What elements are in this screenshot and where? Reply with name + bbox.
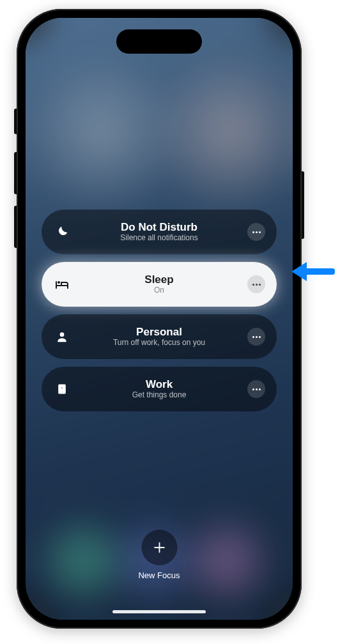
dynamic-island — [116, 29, 202, 54]
svg-marker-5 — [291, 262, 307, 281]
moon-icon — [53, 223, 71, 241]
focus-subtitle: Silence all notifications — [120, 234, 197, 243]
focus-row-personal[interactable]: Personal Turn off work, focus on you — [42, 314, 277, 359]
svg-point-0 — [60, 332, 65, 337]
iphone-frame: Do Not Disturb Silence all notifications… — [17, 9, 302, 629]
focus-title: Personal — [136, 326, 182, 339]
focus-title: Work — [146, 378, 173, 391]
annotation-arrow-icon — [291, 259, 336, 284]
focus-subtitle: Turn off work, focus on you — [113, 339, 205, 348]
person-icon — [53, 328, 71, 346]
focus-subtitle: Get things done — [132, 391, 187, 400]
home-indicator[interactable] — [112, 610, 206, 613]
screen: Do Not Disturb Silence all notifications… — [26, 18, 293, 620]
plus-button[interactable] — [141, 530, 177, 565]
new-focus[interactable]: New Focus — [138, 530, 180, 580]
focus-mode-list: Do Not Disturb Silence all notifications… — [42, 210, 277, 411]
svg-rect-3 — [60, 390, 64, 392]
ellipsis-icon — [252, 284, 261, 286]
focus-title: Do Not Disturb — [121, 221, 197, 234]
svg-point-2 — [61, 387, 63, 390]
focus-row-work[interactable]: Work Get things done — [42, 367, 277, 411]
ellipsis-icon — [252, 388, 261, 390]
more-button[interactable] — [247, 223, 265, 241]
more-button[interactable] — [247, 380, 265, 398]
ellipsis-icon — [252, 231, 261, 233]
more-button[interactable] — [247, 328, 265, 346]
focus-subtitle: On — [154, 286, 164, 295]
more-button[interactable] — [247, 275, 265, 293]
focus-title: Sleep — [144, 273, 173, 286]
plus-icon — [152, 540, 166, 555]
focus-row-dnd[interactable]: Do Not Disturb Silence all notifications — [42, 210, 277, 254]
svg-rect-4 — [303, 268, 335, 275]
badge-icon — [53, 380, 71, 398]
new-focus-label: New Focus — [138, 571, 180, 580]
ellipsis-icon — [252, 336, 261, 338]
focus-row-sleep[interactable]: Sleep On — [42, 262, 277, 307]
bed-icon — [53, 275, 71, 293]
